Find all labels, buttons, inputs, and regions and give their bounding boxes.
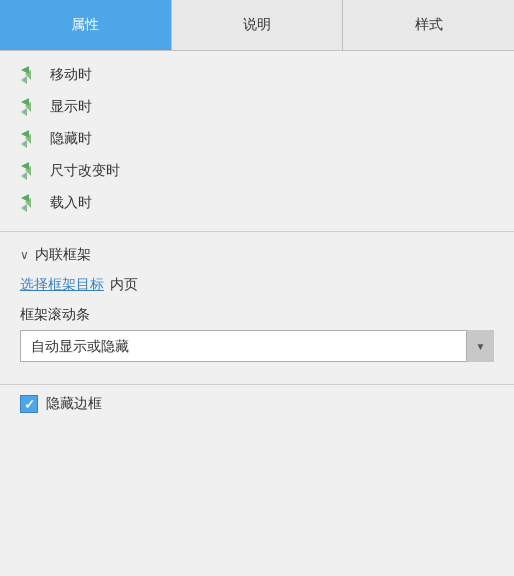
hide-border-row: 隐藏边框 xyxy=(0,385,514,423)
svg-marker-8 xyxy=(21,140,27,148)
event-label-move: 移动时 xyxy=(50,66,92,84)
event-load[interactable]: 载入时 xyxy=(20,187,514,219)
event-icon-load xyxy=(20,193,40,213)
event-icon-show xyxy=(20,97,40,117)
event-label-resize: 尺寸改变时 xyxy=(50,162,120,180)
event-resize[interactable]: 尺寸改变时 xyxy=(20,155,514,187)
event-label-show: 显示时 xyxy=(50,98,92,116)
event-label-hide: 隐藏时 xyxy=(50,130,92,148)
svg-marker-5 xyxy=(21,108,27,116)
event-move[interactable]: 移动时 xyxy=(20,59,514,91)
chevron-icon: ∨ xyxy=(20,248,29,262)
svg-marker-2 xyxy=(21,76,27,84)
svg-marker-11 xyxy=(21,172,27,180)
event-icon-move xyxy=(20,65,40,85)
svg-marker-14 xyxy=(21,204,27,212)
tab-properties[interactable]: 属性 xyxy=(0,0,172,50)
tab-description[interactable]: 说明 xyxy=(172,0,344,50)
tab-style[interactable]: 样式 xyxy=(343,0,514,50)
scrollbar-select[interactable]: 自动显示或隐藏 始终显示 从不显示 xyxy=(20,330,494,362)
scrollbar-select-wrapper: 自动显示或隐藏 始终显示 从不显示 xyxy=(20,330,494,362)
event-icon-hide xyxy=(20,129,40,149)
scrollbar-label: 框架滚动条 xyxy=(20,306,494,324)
hide-border-label: 隐藏边框 xyxy=(46,395,102,413)
event-list: 移动时 显示时 隐藏时 尺寸改变时 xyxy=(0,51,514,232)
section-title: 内联框架 xyxy=(35,246,91,264)
section-header: ∨ 内联框架 xyxy=(20,246,494,264)
tab-bar: 属性 说明 样式 xyxy=(0,0,514,51)
event-hide[interactable]: 隐藏时 xyxy=(20,123,514,155)
scrollbar-field-group: 框架滚动条 自动显示或隐藏 始终显示 从不显示 xyxy=(20,306,494,362)
frame-target-suffix: 内页 xyxy=(110,276,138,294)
hide-border-checkbox[interactable] xyxy=(20,395,38,413)
inline-frame-section: ∨ 内联框架 选择框架目标 内页 框架滚动条 自动显示或隐藏 始终显示 从不显示 xyxy=(0,232,514,385)
frame-target-link[interactable]: 选择框架目标 xyxy=(20,276,104,294)
event-icon-resize xyxy=(20,161,40,181)
event-label-load: 载入时 xyxy=(50,194,92,212)
frame-target-row: 选择框架目标 内页 xyxy=(20,276,494,294)
event-show[interactable]: 显示时 xyxy=(20,91,514,123)
